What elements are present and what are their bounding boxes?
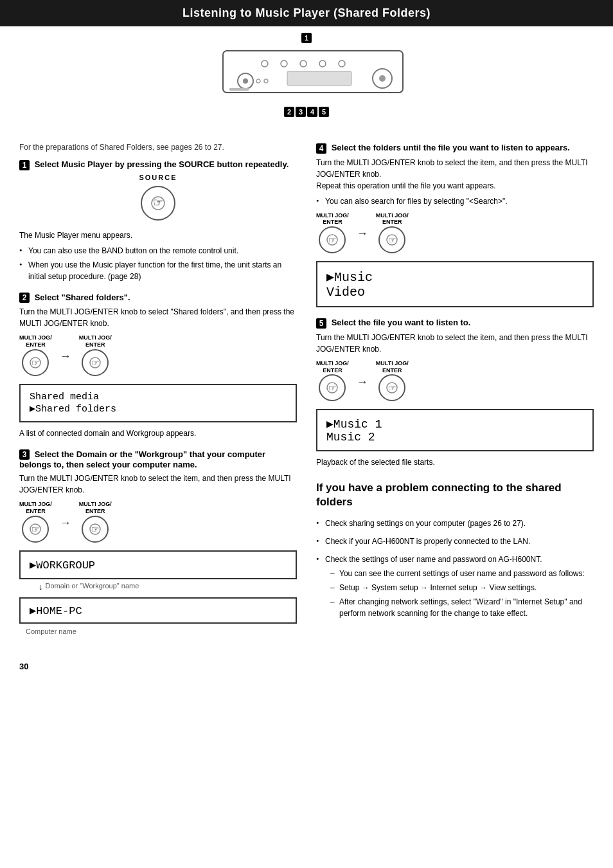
svg-point-12	[379, 75, 386, 82]
svg-point-10	[264, 79, 268, 83]
svg-text:☞: ☞	[388, 235, 396, 245]
step4-arrow: →	[357, 227, 368, 240]
step2-jog-right: MULTI JOG/ENTER ☞	[79, 334, 112, 379]
svg-rect-13	[229, 88, 249, 91]
right-column: 4 Select the folders until the file you …	[316, 143, 594, 646]
num1-badge: 1	[301, 33, 312, 43]
step4-section: 4 Select the folders until the file you …	[316, 143, 594, 307]
step1-bullet1: You can also use the BAND button on the …	[19, 245, 297, 257]
step1-bullet2: When you use the Music player function f…	[19, 259, 297, 282]
num5-badge: 5	[319, 107, 329, 117]
svg-point-9	[256, 79, 260, 83]
step1-bullets: You can also use the BAND button on the …	[19, 245, 297, 282]
step2-screen-line2: ▶Shared folders	[30, 402, 287, 415]
svg-text:☞: ☞	[91, 357, 100, 368]
problem-section: If you have a problem connecting to the …	[316, 481, 594, 619]
svg-text:☞: ☞	[31, 524, 40, 534]
problem-sub-bullets: You can see the current settings of user…	[330, 568, 594, 619]
step4-body1: Turn the MULTI JOG/ENTER knob to select …	[316, 157, 594, 180]
step3-title: Select the Domain or the "Workgroup" tha…	[19, 449, 265, 470]
device-top-svg	[197, 44, 416, 102]
step3-domain-label: Domain or "Workgroup" name	[46, 582, 139, 590]
page: Listening to Music Player (Shared Folder…	[0, 0, 613, 868]
step4-screen-line2: Video	[326, 285, 583, 300]
step5-screen: ▶Music 1 Music 2	[316, 409, 594, 451]
step3-body: Turn the MULTI JOG/ENTER knob to select …	[19, 473, 297, 496]
svg-point-1	[262, 60, 268, 67]
step3-jog-diagram: MULTI JOG/ENTER ☞ → MULTI JOG/ENTER	[19, 501, 297, 545]
step2-num: 2	[19, 293, 30, 303]
problem-bullet3: Check the settings of user name and pass…	[316, 554, 594, 619]
device-diagram: 1	[0, 33, 613, 117]
step5-arrow: →	[357, 375, 368, 389]
step5-body1: Turn the MULTI JOG/ENTER knob to select …	[316, 332, 594, 355]
step5-title: Select the file you want to listen to.	[332, 318, 471, 327]
problem-sub1: You can see the current settings of user…	[330, 568, 594, 579]
svg-text:☞: ☞	[328, 235, 337, 245]
page-header: Listening to Music Player (Shared Folder…	[0, 0, 613, 26]
step2-arrow: →	[60, 350, 71, 363]
step3-homepc-screen: ▶HOME-PC	[19, 597, 297, 624]
svg-text:☞: ☞	[31, 357, 40, 368]
step4-screen-line1: ▶Music	[326, 269, 583, 285]
step3-section: 3 Select the Domain or the "Workgroup" t…	[19, 449, 297, 636]
problem-sub2: Setup → System setup → Internet setup → …	[330, 582, 594, 593]
step1-num: 1	[19, 160, 30, 170]
problem-sub3: After changing network settings, select …	[330, 596, 594, 619]
svg-point-5	[339, 60, 345, 67]
step4-body2: Repeat this operation until the file you…	[316, 180, 594, 192]
step1-title: Select Music Player by pressing the SOUR…	[35, 159, 289, 169]
step5-jog-left: MULTI JOG/ENTER ☞	[316, 360, 349, 404]
num4-badge: 4	[307, 107, 317, 117]
step2-screen: Shared media ▶Shared folders	[19, 384, 297, 422]
svg-text:☞: ☞	[328, 383, 337, 393]
problem-title: If you have a problem connecting to the …	[316, 481, 594, 509]
step3-homepc-text: ▶HOME-PC	[30, 605, 82, 617]
step4-bullet1: You can also search for files by selecti…	[316, 195, 594, 207]
source-knob-diagram: ☞	[19, 184, 297, 224]
step4-header: 4 Select the folders until the file you …	[316, 143, 594, 154]
knob-svg: ☞	[139, 184, 177, 222]
source-label: SOURCE	[19, 174, 297, 181]
intro-text: For the preparations of Shared Folders, …	[19, 143, 297, 152]
step5-jog-right: MULTI JOG/ENTER ☞	[376, 360, 409, 404]
step4-title: Select the folders until the file you wa…	[332, 143, 570, 152]
step2-header: 2 Select "Shared folders".	[19, 293, 297, 303]
svg-text:☞: ☞	[91, 524, 100, 534]
step2-title: Select "Shared folders".	[35, 293, 130, 302]
svg-rect-6	[287, 71, 351, 86]
step2-jog-diagram: MULTI JOG/ENTER ☞ → MULTI JOG/ENTER	[19, 334, 297, 379]
step1-body: The Music Player menu appears.	[19, 230, 297, 241]
num3-badge: 3	[296, 107, 306, 117]
step4-jog-right: MULTI JOG/ENTER ☞	[376, 212, 409, 257]
step2-footer: A list of connected domain and Workgroup…	[19, 428, 297, 439]
svg-point-2	[281, 60, 287, 67]
step2-body: Turn the MULTI JOG/ENTER knob to select …	[19, 306, 297, 329]
step3-header: 3 Select the Domain or the "Workgroup" t…	[19, 449, 297, 470]
step2-screen-line1: Shared media	[30, 392, 287, 402]
step4-jog-diagram: MULTI JOG/ENTER ☞ → MULTI JOG/ENTER	[316, 212, 594, 257]
step2-jog-left: MULTI JOG/ENTER ☞	[19, 334, 52, 379]
step1-section: 1 Select Music Player by pressing the SO…	[19, 159, 297, 282]
svg-point-4	[319, 60, 326, 67]
svg-point-8	[243, 78, 248, 84]
step5-num: 5	[316, 318, 326, 329]
step4-num: 4	[316, 143, 326, 154]
step4-screen: ▶Music Video	[316, 261, 594, 307]
step5-screen-line1: ▶Music 1	[326, 417, 583, 431]
step3-arrow: →	[60, 516, 71, 530]
step3-computer-label: Computer name	[26, 628, 76, 635]
svg-text:☞: ☞	[388, 383, 396, 393]
main-content: For the preparations of Shared Folders, …	[0, 130, 613, 659]
num2-badge: 2	[284, 107, 294, 117]
step1-header: 1 Select Music Player by pressing the SO…	[19, 159, 297, 170]
step3-jog-left: MULTI JOG/ENTER ☞	[19, 501, 52, 545]
step5-screen-line2: Music 2	[326, 431, 583, 444]
step3-workgroup-screen: ▶WORKGROUP	[19, 550, 297, 579]
left-column: For the preparations of Shared Folders, …	[19, 143, 297, 646]
step4-jog-left: MULTI JOG/ENTER ☞	[316, 212, 349, 257]
step5-jog-diagram: MULTI JOG/ENTER ☞ → MULTI JOG/ENTER	[316, 360, 594, 404]
step5-header: 5 Select the file you want to listen to.	[316, 318, 594, 329]
page-number: 30	[0, 659, 613, 671]
step4-bullets: You can also search for files by selecti…	[316, 195, 594, 207]
